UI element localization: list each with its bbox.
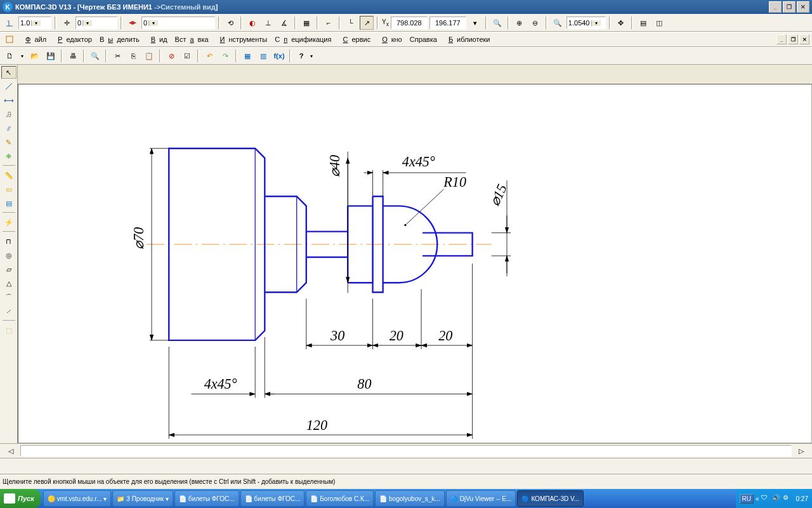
help-icon[interactable]: ? bbox=[294, 49, 308, 63]
speed-track[interactable] bbox=[20, 445, 792, 457]
undo-icon[interactable]: ↶ bbox=[202, 49, 216, 63]
cancel-icon[interactable]: ⊘ bbox=[164, 49, 178, 63]
vt-g1-icon[interactable]: ⊓ bbox=[1, 235, 16, 248]
close-button[interactable]: ✕ bbox=[797, 1, 809, 13]
new-icon[interactable]: 🗋 bbox=[3, 49, 16, 63]
drawing-canvas[interactable]: ⌀70 ⌀40 ⌀15 4x45° R10 30 20 20 4x45° 80 … bbox=[18, 84, 812, 443]
maximize-button[interactable]: ❐ bbox=[783, 1, 796, 13]
scale-input[interactable]: 1.0▾ bbox=[18, 17, 51, 29]
menu-edit[interactable]: Редактор bbox=[50, 34, 96, 44]
menu-window[interactable]: Окно bbox=[374, 34, 406, 44]
menu-libs[interactable]: Библиотеки bbox=[441, 34, 494, 44]
tray-icon[interactable]: 🔊 bbox=[772, 494, 781, 503]
zoom-out-icon[interactable]: ⊖ bbox=[528, 16, 542, 30]
vt-param-icon[interactable]: ⁜ bbox=[1, 150, 16, 163]
mdi-close-button[interactable]: ✕ bbox=[799, 34, 809, 44]
menu-file[interactable]: Файл bbox=[18, 34, 50, 44]
props-icon[interactable]: ☑ bbox=[180, 49, 194, 63]
round-icon[interactable]: ↗ bbox=[360, 16, 374, 30]
redo-icon[interactable]: ↷ bbox=[218, 49, 232, 63]
vt-break-icon[interactable]: ⚡ bbox=[1, 216, 16, 229]
vt-g7-icon[interactable]: ⬚ bbox=[1, 324, 16, 337]
zoom-fit-icon[interactable]: 🔍 bbox=[490, 16, 504, 30]
mode1-icon[interactable]: ⟲ bbox=[223, 16, 237, 30]
zoom-region-icon[interactable]: 🔍 bbox=[551, 16, 565, 30]
vt-spec-icon[interactable]: ▤ bbox=[1, 197, 16, 210]
task-item[interactable]: 📄Боголюбов С.К... bbox=[306, 490, 374, 507]
angle-icon[interactable]: ∡ bbox=[277, 16, 291, 30]
new-dd[interactable]: ▾ bbox=[18, 49, 26, 63]
step-icon[interactable] bbox=[3, 16, 16, 30]
start-button[interactable]: Пуск bbox=[0, 489, 41, 508]
mdi-min-button[interactable]: _ bbox=[776, 34, 787, 44]
ortho2-icon[interactable]: └ bbox=[344, 16, 358, 30]
vt-g3-icon[interactable]: ▱ bbox=[1, 263, 16, 276]
step-input[interactable]: 0▾ bbox=[75, 17, 117, 29]
magnet-icon[interactable]: ◐ bbox=[246, 16, 259, 30]
views-icon[interactable]: ▤ bbox=[636, 16, 650, 30]
preview-icon[interactable]: 🔍 bbox=[88, 49, 102, 63]
vt-sheet-icon[interactable]: ▭ bbox=[1, 183, 16, 196]
mdi-restore-button[interactable]: ❐ bbox=[788, 34, 798, 44]
speed-min-icon[interactable]: ◁ bbox=[4, 444, 18, 458]
lib2-icon[interactable]: ▥ bbox=[256, 49, 270, 63]
vt-g4-icon[interactable]: △ bbox=[1, 277, 16, 290]
tray-clock[interactable]: 0:27 bbox=[796, 495, 808, 502]
lcs-icon[interactable]: ⌐ bbox=[322, 16, 336, 30]
print-icon[interactable]: 🖶 bbox=[66, 49, 80, 63]
copy-icon[interactable]: ⎘ bbox=[126, 49, 140, 63]
menu-spec[interactable]: Спецификация bbox=[271, 34, 335, 44]
vt-text-icon[interactable]: Ꭿ bbox=[1, 108, 16, 121]
zoom-input[interactable]: 1.0540▾ bbox=[566, 17, 606, 29]
task-item-active[interactable]: 🔵КОМПАС-3D V... bbox=[517, 490, 584, 507]
vt-g2-icon[interactable]: ◎ bbox=[1, 249, 16, 262]
vt-g6-icon[interactable]: ⟋ bbox=[1, 305, 16, 318]
task-item[interactable]: 📄билеты ФГОС... bbox=[240, 490, 305, 507]
task-item[interactable]: 🟡vmt.vstu.edu.r...▾ bbox=[43, 490, 112, 507]
vt-edit-icon[interactable]: ✎ bbox=[1, 136, 16, 149]
save-icon[interactable]: 💾 bbox=[44, 49, 58, 63]
lib1-icon[interactable]: ▦ bbox=[240, 49, 254, 63]
tray-icon[interactable]: 🛡 bbox=[761, 494, 770, 503]
paste-icon[interactable]: 📋 bbox=[142, 49, 156, 63]
layer-input[interactable]: 0▾ bbox=[141, 17, 215, 29]
vt-ruler-icon[interactable]: 📏 bbox=[1, 169, 16, 182]
form-icon[interactable] bbox=[3, 32, 16, 46]
vt-line-icon[interactable] bbox=[1, 80, 16, 93]
fx-icon[interactable]: f(x) bbox=[272, 49, 286, 63]
grid-icon[interactable]: ▦ bbox=[299, 16, 313, 30]
zoom-in-icon[interactable]: ⊕ bbox=[513, 16, 527, 30]
status-bar: Щелкните левой кнопкой мыши на объекте д… bbox=[0, 474, 812, 488]
menu-help[interactable]: Справка bbox=[406, 34, 441, 44]
minimize-button[interactable]: _ bbox=[769, 1, 782, 13]
xy-label: Yx bbox=[382, 18, 389, 27]
menu-select[interactable]: Выделить bbox=[96, 34, 143, 44]
ortho-icon[interactable]: ⊥ bbox=[261, 16, 275, 30]
x-readout[interactable]: 798.028 bbox=[391, 17, 428, 29]
snap-icon[interactable]: ✛ bbox=[60, 16, 74, 30]
open-icon[interactable]: 📂 bbox=[28, 49, 42, 63]
refresh-icon[interactable]: ◫ bbox=[652, 16, 666, 30]
menu-insert[interactable]: Вставка bbox=[171, 34, 213, 44]
pan-icon[interactable]: ✥ bbox=[614, 16, 628, 30]
xy-dd-icon[interactable]: ▾ bbox=[468, 16, 482, 30]
y-readout[interactable]: 196.177 bbox=[429, 17, 466, 29]
cut-icon[interactable]: ✂ bbox=[110, 49, 124, 63]
vt-hatch-icon[interactable]: ⫽ bbox=[1, 122, 16, 135]
vt-g5-icon[interactable]: ⌒ bbox=[1, 291, 16, 304]
lang-indicator[interactable]: RU bbox=[740, 494, 754, 504]
menu-service[interactable]: Сервис bbox=[335, 34, 374, 44]
task-item[interactable]: 📄bogolyubov_s_k... bbox=[375, 490, 445, 507]
vt-dim-icon[interactable]: ⟷ bbox=[1, 94, 16, 107]
menu-tools[interactable]: Инструменты bbox=[213, 34, 272, 44]
task-item[interactable]: 📁3 Проводник▾ bbox=[112, 490, 173, 507]
task-item[interactable]: 🔷DjVu Viewer -- E... bbox=[446, 490, 516, 507]
speed-max-icon[interactable]: ▷ bbox=[794, 444, 808, 458]
menu-view[interactable]: Вид bbox=[143, 34, 171, 44]
vt-select-icon[interactable]: ↖ bbox=[1, 66, 16, 79]
task-item[interactable]: 📄билеты ФГОС... bbox=[174, 490, 239, 507]
tray-expand-icon[interactable]: « bbox=[756, 495, 759, 502]
system-tray[interactable]: RU « 🛡 🔊 ⚙ 0:27 bbox=[736, 489, 812, 508]
tray-icon[interactable]: ⚙ bbox=[783, 494, 792, 503]
layer-icon[interactable] bbox=[126, 16, 140, 30]
